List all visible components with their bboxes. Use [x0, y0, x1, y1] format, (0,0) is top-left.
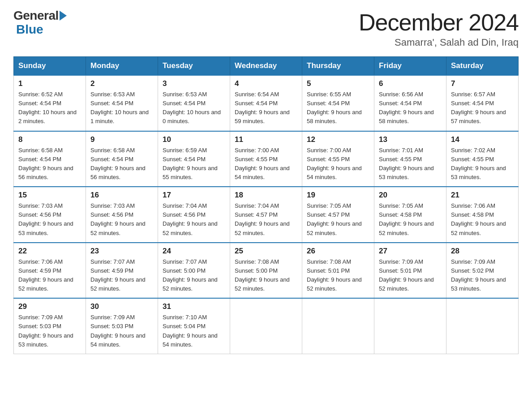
day-number-9: 9 — [90, 135, 153, 144]
day-info-14: Sunrise: 7:02 AMSunset: 4:55 PMDaylight:… — [451, 146, 514, 182]
day-number-3: 3 — [163, 79, 225, 88]
day-number-28: 28 — [451, 247, 514, 256]
day-info-30: Sunrise: 7:09 AMSunset: 5:03 PMDaylight:… — [90, 313, 153, 349]
day-cell-6: 6Sunrise: 6:56 AMSunset: 4:54 PMDaylight… — [374, 75, 446, 131]
day-cell-18: 18Sunrise: 7:04 AMSunset: 4:57 PMDayligh… — [230, 187, 302, 243]
day-number-12: 12 — [307, 135, 369, 144]
header-tuesday: Tuesday — [158, 57, 230, 76]
day-number-27: 27 — [379, 247, 442, 256]
day-info-9: Sunrise: 6:58 AMSunset: 4:54 PMDaylight:… — [90, 146, 153, 182]
day-number-13: 13 — [379, 135, 442, 144]
empty-cell — [302, 298, 374, 354]
day-number-19: 19 — [307, 191, 369, 200]
day-number-8: 8 — [18, 135, 81, 144]
day-info-25: Sunrise: 7:08 AMSunset: 5:00 PMDaylight:… — [235, 257, 297, 294]
day-cell-24: 24Sunrise: 7:07 AMSunset: 5:00 PMDayligh… — [158, 243, 230, 299]
day-info-20: Sunrise: 7:05 AMSunset: 4:58 PMDaylight:… — [379, 201, 442, 238]
page-header: General Blue December 2024 Samarra', Sal… — [13, 9, 519, 48]
day-info-22: Sunrise: 7:06 AMSunset: 4:59 PMDaylight:… — [18, 257, 81, 294]
day-info-24: Sunrise: 7:07 AMSunset: 5:00 PMDaylight:… — [163, 257, 225, 294]
day-cell-10: 10Sunrise: 6:59 AMSunset: 4:54 PMDayligh… — [158, 131, 230, 187]
day-cell-22: 22Sunrise: 7:06 AMSunset: 4:59 PMDayligh… — [14, 243, 86, 299]
week-row-4: 22Sunrise: 7:06 AMSunset: 4:59 PMDayligh… — [14, 243, 519, 299]
day-number-1: 1 — [18, 79, 81, 88]
day-number-6: 6 — [379, 79, 442, 88]
day-number-21: 21 — [451, 191, 514, 200]
day-cell-13: 13Sunrise: 7:01 AMSunset: 4:55 PMDayligh… — [374, 131, 446, 187]
day-info-26: Sunrise: 7:08 AMSunset: 5:01 PMDaylight:… — [307, 257, 369, 294]
day-cell-9: 9Sunrise: 6:58 AMSunset: 4:54 PMDaylight… — [86, 131, 158, 187]
day-cell-29: 29Sunrise: 7:09 AMSunset: 5:03 PMDayligh… — [14, 298, 86, 354]
day-cell-28: 28Sunrise: 7:09 AMSunset: 5:02 PMDayligh… — [446, 243, 519, 299]
week-row-2: 8Sunrise: 6:58 AMSunset: 4:54 PMDaylight… — [14, 131, 519, 187]
title-block: December 2024 Samarra', Salah ad Din, Ir… — [359, 9, 519, 48]
day-cell-19: 19Sunrise: 7:05 AMSunset: 4:57 PMDayligh… — [302, 187, 374, 243]
month-year-title: December 2024 — [359, 9, 519, 36]
day-info-21: Sunrise: 7:06 AMSunset: 4:58 PMDaylight:… — [451, 201, 514, 238]
day-number-31: 31 — [163, 302, 225, 311]
day-info-18: Sunrise: 7:04 AMSunset: 4:57 PMDaylight:… — [235, 201, 297, 238]
day-info-7: Sunrise: 6:57 AMSunset: 4:54 PMDaylight:… — [451, 90, 514, 126]
day-info-10: Sunrise: 6:59 AMSunset: 4:54 PMDaylight:… — [163, 146, 225, 182]
day-info-16: Sunrise: 7:03 AMSunset: 4:56 PMDaylight:… — [90, 201, 153, 238]
header-sunday: Sunday — [14, 57, 86, 76]
logo: General Blue — [13, 9, 67, 37]
day-info-31: Sunrise: 7:10 AMSunset: 5:04 PMDaylight:… — [163, 313, 225, 349]
day-number-23: 23 — [90, 247, 153, 256]
day-cell-5: 5Sunrise: 6:55 AMSunset: 4:54 PMDaylight… — [302, 75, 374, 131]
day-number-16: 16 — [90, 191, 153, 200]
day-number-30: 30 — [90, 302, 153, 311]
day-info-13: Sunrise: 7:01 AMSunset: 4:55 PMDaylight:… — [379, 146, 442, 182]
day-number-26: 26 — [307, 247, 369, 256]
location-subtitle: Samarra', Salah ad Din, Iraq — [359, 37, 519, 48]
header-thursday: Thursday — [302, 57, 374, 76]
day-info-28: Sunrise: 7:09 AMSunset: 5:02 PMDaylight:… — [451, 257, 514, 294]
day-number-7: 7 — [451, 79, 514, 88]
header-saturday: Saturday — [446, 57, 519, 76]
day-number-22: 22 — [18, 247, 81, 256]
day-info-29: Sunrise: 7:09 AMSunset: 5:03 PMDaylight:… — [18, 313, 81, 349]
day-cell-25: 25Sunrise: 7:08 AMSunset: 5:00 PMDayligh… — [230, 243, 302, 299]
day-number-15: 15 — [18, 191, 81, 200]
day-cell-21: 21Sunrise: 7:06 AMSunset: 4:58 PMDayligh… — [446, 187, 519, 243]
day-cell-20: 20Sunrise: 7:05 AMSunset: 4:58 PMDayligh… — [374, 187, 446, 243]
day-info-27: Sunrise: 7:09 AMSunset: 5:01 PMDaylight:… — [379, 257, 442, 294]
day-info-11: Sunrise: 7:00 AMSunset: 4:55 PMDaylight:… — [235, 146, 297, 182]
day-info-17: Sunrise: 7:04 AMSunset: 4:56 PMDaylight:… — [163, 201, 225, 238]
empty-cell — [374, 298, 446, 354]
header-friday: Friday — [374, 57, 446, 76]
day-info-19: Sunrise: 7:05 AMSunset: 4:57 PMDaylight:… — [307, 201, 369, 238]
day-info-6: Sunrise: 6:56 AMSunset: 4:54 PMDaylight:… — [379, 90, 442, 126]
day-cell-16: 16Sunrise: 7:03 AMSunset: 4:56 PMDayligh… — [86, 187, 158, 243]
day-cell-30: 30Sunrise: 7:09 AMSunset: 5:03 PMDayligh… — [86, 298, 158, 354]
day-number-29: 29 — [18, 302, 81, 311]
day-info-5: Sunrise: 6:55 AMSunset: 4:54 PMDaylight:… — [307, 90, 369, 126]
day-cell-7: 7Sunrise: 6:57 AMSunset: 4:54 PMDaylight… — [446, 75, 519, 131]
day-cell-1: 1Sunrise: 6:52 AMSunset: 4:54 PMDaylight… — [14, 75, 86, 131]
day-number-18: 18 — [235, 191, 297, 200]
day-cell-27: 27Sunrise: 7:09 AMSunset: 5:01 PMDayligh… — [374, 243, 446, 299]
day-info-15: Sunrise: 7:03 AMSunset: 4:56 PMDaylight:… — [18, 201, 81, 238]
day-number-4: 4 — [235, 79, 297, 88]
day-number-24: 24 — [163, 247, 225, 256]
week-row-3: 15Sunrise: 7:03 AMSunset: 4:56 PMDayligh… — [14, 187, 519, 243]
empty-cell — [230, 298, 302, 354]
day-cell-4: 4Sunrise: 6:54 AMSunset: 4:54 PMDaylight… — [230, 75, 302, 131]
week-row-1: 1Sunrise: 6:52 AMSunset: 4:54 PMDaylight… — [14, 75, 519, 131]
day-cell-12: 12Sunrise: 7:00 AMSunset: 4:55 PMDayligh… — [302, 131, 374, 187]
day-cell-8: 8Sunrise: 6:58 AMSunset: 4:54 PMDaylight… — [14, 131, 86, 187]
day-info-4: Sunrise: 6:54 AMSunset: 4:54 PMDaylight:… — [235, 90, 297, 126]
day-cell-3: 3Sunrise: 6:53 AMSunset: 4:54 PMDaylight… — [158, 75, 230, 131]
calendar-header-row: SundayMondayTuesdayWednesdayThursdayFrid… — [14, 57, 519, 76]
day-number-10: 10 — [163, 135, 225, 144]
day-cell-23: 23Sunrise: 7:07 AMSunset: 4:59 PMDayligh… — [86, 243, 158, 299]
day-cell-17: 17Sunrise: 7:04 AMSunset: 4:56 PMDayligh… — [158, 187, 230, 243]
day-info-12: Sunrise: 7:00 AMSunset: 4:55 PMDaylight:… — [307, 146, 369, 182]
day-cell-11: 11Sunrise: 7:00 AMSunset: 4:55 PMDayligh… — [230, 131, 302, 187]
week-row-5: 29Sunrise: 7:09 AMSunset: 5:03 PMDayligh… — [14, 298, 519, 354]
day-cell-15: 15Sunrise: 7:03 AMSunset: 4:56 PMDayligh… — [14, 187, 86, 243]
day-number-25: 25 — [235, 247, 297, 256]
day-number-17: 17 — [163, 191, 225, 200]
logo-blue-text: Blue — [16, 23, 43, 37]
day-number-20: 20 — [379, 191, 442, 200]
